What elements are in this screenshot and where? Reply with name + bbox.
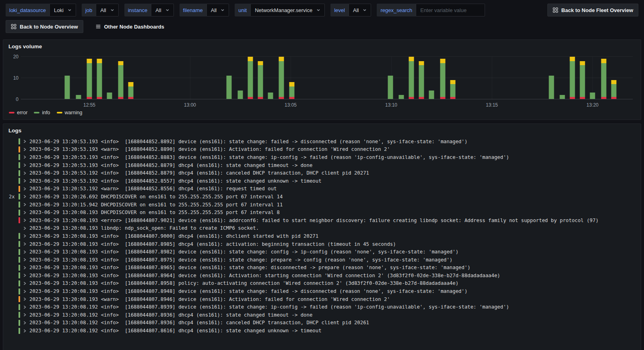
expand-chevron-icon[interactable] [23, 211, 28, 214]
log-row[interactable]: 2023-06-29 13:20:15.942 DHCPDISCOVER on … [6, 201, 638, 209]
expand-chevron-icon[interactable] [23, 313, 28, 317]
bar-segment-error [580, 97, 585, 99]
expand-chevron-icon[interactable] [23, 179, 28, 183]
regex-search-input[interactable] [416, 4, 485, 16]
log-row[interactable]: 2023-06-29 13:20:08.192 <info> [16880448… [6, 319, 638, 327]
job-select[interactable]: All [96, 4, 118, 16]
x-gridline [492, 57, 492, 99]
expand-chevron-icon[interactable] [23, 140, 28, 143]
back-to-node-overview-button[interactable]: Back to Node Overview [6, 20, 83, 33]
expand-chevron-icon[interactable] [23, 282, 28, 285]
log-row[interactable]: 2023-06-29 13:20:53.192 <info> [16880448… [6, 169, 638, 177]
expand-chevron-icon[interactable] [23, 290, 28, 293]
bar-segment-info [118, 65, 123, 97]
bar-segment-info [289, 86, 294, 97]
expand-chevron-icon[interactable] [23, 242, 28, 246]
y-axis-tick-label: 10 [6, 75, 19, 81]
bar-segment-info [409, 61, 414, 97]
log-line-text: 2023-06-29 13:20:15.942 DHCPDISCOVER on … [29, 202, 283, 208]
button-label: Back to Node Fleet Overview [561, 7, 633, 13]
expand-chevron-icon[interactable] [23, 187, 28, 191]
expand-chevron-icon[interactable] [23, 258, 28, 261]
legend-item-warning[interactable]: warning [57, 110, 83, 115]
log-row[interactable]: 2023-06-29 13:20:08.193 <error> [1688044… [6, 216, 638, 224]
level-select[interactable]: All [349, 4, 371, 16]
expand-chevron-icon[interactable] [23, 274, 28, 277]
bar-segment-warning [580, 61, 585, 66]
bar-segment-info [590, 93, 595, 99]
logs-volume-bar [440, 57, 445, 99]
log-row[interactable]: 2023-06-29 13:20:08.193 <info> [16880448… [6, 280, 638, 288]
logs-volume-bar [388, 57, 393, 99]
expand-chevron-icon[interactable] [23, 163, 28, 167]
log-level-bar [19, 272, 20, 278]
legend-item-info[interactable]: info [34, 110, 50, 115]
log-level-bar [19, 328, 20, 334]
expand-chevron-icon[interactable] [23, 171, 28, 175]
back-to-fleet-overview-button[interactable]: Back to Node Fleet Overview [547, 4, 638, 16]
chevron-down-icon [110, 8, 114, 12]
other-node-dashboards-button[interactable]: Other Node Dashboards [91, 20, 169, 33]
unit-select[interactable]: NetworkManager.service [250, 4, 325, 16]
loki-datasource-select[interactable]: Loki [50, 4, 76, 16]
log-row[interactable]: 2023-06-29 13:20:08.193 <warn> [16880448… [6, 295, 638, 303]
expand-chevron-icon[interactable] [23, 148, 28, 151]
log-row[interactable]: 2023-06-29 13:20:08.192 <info> [16880448… [6, 327, 638, 335]
log-row[interactable]: 2023-06-29 13:20:53.193 <warn> [16880448… [6, 146, 638, 154]
bar-segment-error [258, 97, 263, 99]
expand-chevron-icon[interactable] [23, 155, 28, 159]
dashboard-variables-toolbar: loki_datasource Loki job All instance Al… [0, 0, 644, 19]
expand-chevron-icon[interactable] [23, 218, 28, 222]
bar-segment-warning [570, 57, 575, 61]
expand-chevron-icon[interactable] [23, 226, 28, 230]
expand-chevron-icon[interactable] [23, 305, 28, 309]
log-row[interactable]: 2023-06-29 13:20:08.193 <info> [16880448… [6, 264, 638, 272]
log-row[interactable]: 2023-06-29 13:20:08.193 <info> [16880448… [6, 256, 638, 264]
log-row[interactable]: 2023-06-29 13:20:08.192 <info> [16880448… [6, 303, 638, 311]
log-row[interactable]: 2x2023-06-29 13:20:26.692 DHCPDISCOVER o… [6, 193, 638, 201]
logs-volume-bar [570, 57, 575, 99]
logs-volume-bar [549, 57, 554, 99]
log-row[interactable]: 2023-06-29 13:20:08.193 libndp: ndp_sock… [6, 224, 638, 233]
bar-segment-info [549, 76, 554, 99]
expand-chevron-icon[interactable] [23, 195, 28, 198]
expand-chevron-icon[interactable] [23, 297, 28, 301]
logs-volume-bar [128, 57, 133, 99]
expand-chevron-icon[interactable] [23, 266, 28, 270]
log-level-bar [19, 233, 20, 239]
logs-panel-title[interactable]: Logs [3, 124, 641, 134]
instance-select[interactable]: All [151, 4, 173, 16]
log-row[interactable]: 2023-06-29 13:20:53.192 <warn> [16880448… [6, 185, 638, 193]
bar-segment-info [580, 65, 585, 97]
logs-volume-panel-title[interactable]: Logs volume [3, 40, 641, 50]
bar-segment-info [450, 84, 455, 97]
log-row[interactable]: 2023-06-29 13:20:08.193 <info> [16880448… [6, 232, 638, 240]
log-row[interactable]: 2023-06-29 13:20:53.193 <info> [16880448… [6, 161, 638, 169]
variable-loki-datasource: loki_datasource Loki [6, 4, 76, 16]
log-row[interactable]: 2023-06-29 13:20:53.192 <info> [16880448… [6, 177, 638, 185]
filename-select[interactable]: All [206, 4, 229, 16]
legend-label: error [17, 110, 27, 115]
variable-value-text: Loki [54, 7, 64, 13]
bar-segment-error [289, 97, 294, 99]
expand-chevron-icon[interactable] [23, 321, 28, 325]
log-row[interactable]: 2023-06-29 13:20:08.193 <info> [16880448… [6, 272, 638, 280]
log-row[interactable]: 2023-06-29 13:20:08.193 <info> [16880448… [6, 240, 638, 248]
expand-chevron-icon[interactable] [23, 203, 28, 206]
log-line-text: 2023-06-29 13:20:08.192 <info> [16880448… [29, 328, 322, 334]
logs-volume-bar [601, 57, 606, 99]
log-level-bar [19, 170, 20, 176]
expand-chevron-icon[interactable] [23, 234, 28, 238]
legend-item-error[interactable]: error [9, 110, 27, 115]
log-row[interactable]: 2023-06-29 13:20:53.193 <info> [16880448… [6, 153, 638, 161]
expand-chevron-icon[interactable] [23, 329, 28, 333]
log-row[interactable]: 2023-06-29 13:20:53.193 <info> [16880448… [6, 138, 638, 146]
log-row[interactable]: 2023-06-29 13:20:08.192 <info> [16880448… [6, 311, 638, 319]
logs-volume-plot[interactable]: 01020 [21, 57, 633, 99]
logs-panel: Logs 2023-06-29 13:20:53.193 <info> [168… [3, 124, 641, 350]
log-row[interactable]: 2023-06-29 13:20:08.193 <info> [16880448… [6, 248, 638, 256]
expand-chevron-icon[interactable] [23, 250, 28, 254]
variable-value-text: All [100, 7, 106, 13]
log-row[interactable]: 2023-06-29 13:20:08.193 <info> [16880448… [6, 287, 638, 295]
log-row[interactable]: 2023-06-29 13:20:08.193 DHCPDISCOVER on … [6, 208, 638, 216]
